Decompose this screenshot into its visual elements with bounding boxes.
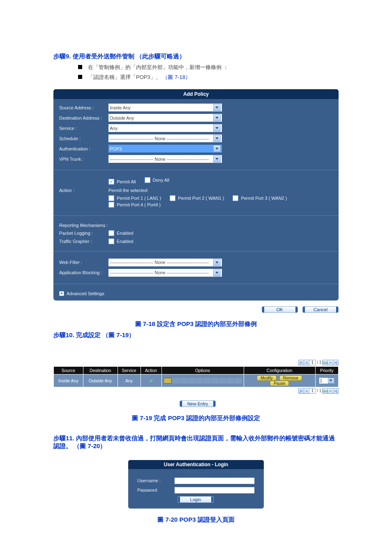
plus-icon: +: [59, 291, 64, 296]
priority-select[interactable]: 1: [319, 378, 334, 384]
select-appblock-value: ----------------------------- None -----…: [110, 270, 209, 275]
bullet-1-text: 在「管制條例」的「內部至外部」功能中，新增一條條例: [88, 64, 221, 70]
advanced-settings-label: Advanced Settings: [67, 291, 104, 296]
option-slot: [180, 378, 187, 384]
option-slot: [172, 378, 180, 384]
add-policy-panel: Add Policy Source Address : Inside Any D…: [53, 89, 339, 301]
login-button[interactable]: Login: [178, 496, 214, 503]
option-slot: [219, 378, 226, 384]
modify-button[interactable]: Modify: [257, 375, 276, 381]
pager-page-input[interactable]: 1: [309, 360, 316, 365]
check-icon: ✔: [149, 377, 154, 384]
svg-marker-3: [215, 137, 219, 139]
pager-go-icon[interactable]: Go: [322, 388, 328, 394]
permit-selected-label: Permit the selected:: [108, 188, 333, 193]
pager-total: 1: [319, 388, 322, 393]
dropdown-arrow-icon[interactable]: [213, 125, 221, 132]
dropdown-arrow-icon[interactable]: [213, 104, 221, 111]
pager-last-icon[interactable]: >|: [333, 360, 339, 365]
pager-go-icon[interactable]: Go: [322, 360, 328, 365]
label-traffic-grapher: Traffic Grapher :: [59, 239, 108, 244]
dropdown-arrow-icon[interactable]: [328, 378, 334, 384]
select-web-filter[interactable]: ----------------------------- None -----…: [108, 259, 222, 266]
select-service[interactable]: Any: [108, 124, 222, 132]
dropdown-arrow-icon[interactable]: [213, 269, 221, 276]
pager-prev-icon[interactable]: <: [304, 388, 309, 394]
label-schedule: Schedule :: [59, 136, 108, 141]
select-webfilter-value: ----------------------------- None -----…: [110, 260, 209, 265]
label-reporting-mechanisms: Reporting Mechanisms :: [59, 223, 121, 228]
option-slot: [188, 378, 195, 384]
select-destination-address[interactable]: Outside Any: [108, 114, 222, 122]
select-authentication[interactable]: POP3: [108, 145, 222, 153]
checkbox-deny-all[interactable]: Deny All: [145, 177, 169, 183]
remove-button[interactable]: Remove: [279, 375, 302, 381]
step10-text: 步驟10. 完成設定: [53, 331, 101, 338]
svg-marker-7: [215, 272, 219, 274]
svg-marker-8: [329, 379, 332, 382]
svg-marker-4: [215, 148, 219, 150]
checkbox-permit-port-2[interactable]: Permit Port 2 ( WAN1 ): [170, 195, 224, 201]
pager-first-icon[interactable]: |<: [298, 360, 304, 365]
dropdown-arrow-icon[interactable]: [213, 145, 221, 152]
pager-last-icon[interactable]: >|: [333, 388, 339, 394]
password-input[interactable]: [174, 487, 255, 494]
select-dest-value: Outside Any: [110, 116, 134, 120]
checkbox-permit-port-3[interactable]: Permit Port 3 ( WAN2 ): [233, 195, 287, 201]
select-application-blocking[interactable]: ----------------------------- None -----…: [108, 269, 222, 277]
checkbox-permit-port-4[interactable]: Permit Port 4 ( Port4 ): [108, 202, 161, 208]
cell-configuration: Modify Remove Pause: [244, 375, 315, 387]
step9-heading: 步驟9. 使用者受外送郵件管制 （此步驟可略過）: [53, 53, 339, 60]
table-row: Inside Any Outside Any Any ✔: [54, 375, 338, 387]
svg-marker-6: [215, 261, 219, 264]
pager-page-input[interactable]: 1: [309, 388, 316, 394]
col-action: Action: [141, 367, 161, 374]
pause-button[interactable]: Pause: [270, 381, 289, 386]
label-password: Password: [137, 488, 174, 493]
label-source-address: Source Address :: [59, 105, 108, 110]
pager-next-icon[interactable]: >: [327, 388, 333, 394]
label-vpn-trunk: VPN Trunk :: [59, 157, 108, 162]
dropdown-arrow-icon[interactable]: [213, 135, 221, 142]
step9-bullets: 在「管制條例」的「內部至外部」功能中，新增一條條例 ： 「認證名稱」選擇「POP…: [78, 64, 339, 81]
cancel-button[interactable]: Cancel: [302, 306, 339, 313]
select-source-value: Inside Any: [110, 105, 131, 110]
cell-destination: Outside Any: [83, 375, 118, 387]
checkbox-box-icon: [145, 177, 150, 183]
dropdown-arrow-icon[interactable]: [213, 259, 221, 266]
checkbox-box-icon: [108, 238, 114, 244]
select-schedule[interactable]: ----------------------------- None -----…: [108, 134, 222, 142]
svg-marker-1: [215, 117, 219, 119]
packet-logging-enabled: Enabled: [117, 231, 133, 236]
permit-port-2-label: Permit Port 2 ( WAN1 ): [178, 196, 224, 201]
select-auth-value: POP3: [110, 146, 122, 151]
ok-button[interactable]: OK: [262, 306, 298, 313]
checkbox-packet-logging[interactable]: Enabled: [108, 230, 133, 236]
pager-next-icon[interactable]: >: [327, 360, 333, 365]
dropdown-arrow-icon[interactable]: [213, 114, 221, 121]
step11-paren: （圖 7-20）: [74, 442, 106, 449]
label-web-filter: Web Filter :: [59, 260, 108, 265]
pager-prev-icon[interactable]: <: [304, 360, 309, 365]
pager-first-icon[interactable]: |<: [298, 388, 304, 394]
select-vpn-value: ----------------------------- None -----…: [110, 157, 209, 162]
checkbox-traffic-grapher[interactable]: Enabled: [108, 238, 133, 244]
select-vpn-trunk[interactable]: ----------------------------- None -----…: [108, 155, 222, 163]
select-source-address[interactable]: Inside Any: [108, 104, 222, 111]
new-entry-button[interactable]: New Entry: [180, 400, 216, 407]
dropdown-arrow-icon[interactable]: [213, 155, 221, 162]
step9-paren: （此步驟可略過）: [136, 53, 185, 60]
option-icon[interactable]: [164, 378, 172, 384]
username-input[interactable]: [174, 477, 255, 484]
option-slot: [203, 378, 211, 384]
step11-heading: 步驟11. 內部使用者若未曾收信過，打開網頁時會出現認證頁面，需輸入收外部郵件的…: [53, 435, 339, 450]
label-packet-logging: Packet Logging :: [59, 231, 108, 236]
checkbox-permit-all[interactable]: Permit All: [108, 179, 136, 185]
col-service: Service: [118, 367, 141, 374]
cell-options: [162, 375, 244, 387]
checkbox-permit-port-1[interactable]: Permit Port 1 ( LAN1 ): [108, 195, 161, 201]
cell-service: Any: [118, 375, 141, 387]
label-action: Action :: [59, 188, 108, 193]
advanced-settings-toggle[interactable]: + Advanced Settings: [59, 290, 333, 297]
permit-port-3-label: Permit Port 3 ( WAN2 ): [241, 196, 287, 201]
